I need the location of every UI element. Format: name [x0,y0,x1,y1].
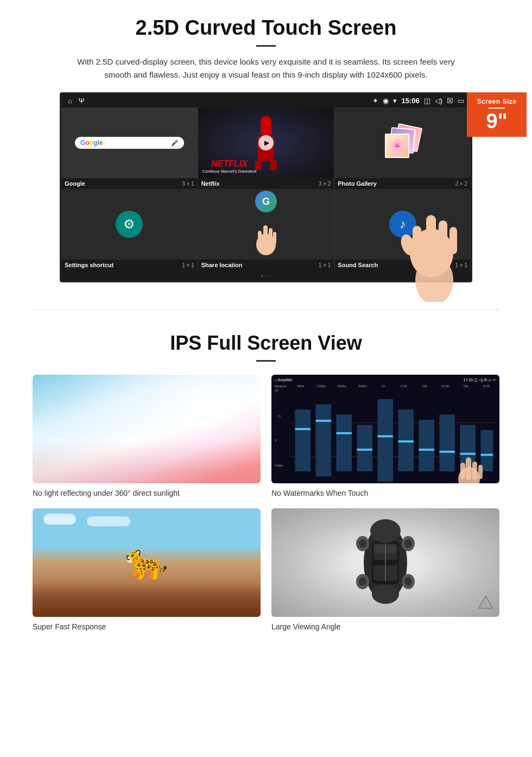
volume-icon: ◁) [435,97,442,105]
sound-app-name: Sound Search [338,262,378,268]
settings-app-name: Settings shortcut [65,262,113,268]
badge-divider [489,108,505,109]
feature-label-no-watermark: No Watermarks When Touch [271,489,499,497]
eq-db-labels: 10 ◁) 0 Fader -10 [275,389,289,483]
feature-label-fast: Super Fast Response [33,622,261,631]
svg-rect-22 [316,420,331,422]
signal-icon: ▾ [393,97,397,105]
svg-rect-12 [439,220,447,256]
svg-rect-11 [426,215,436,253]
cloud2 [87,516,130,526]
section1-title-underline [256,45,276,47]
svg-point-50 [372,584,399,604]
section2-ips: IPS Full Screen View No light reflecting… [0,326,532,647]
svg-rect-7 [258,231,262,244]
settings-app-size: 1 × 1 [182,262,194,268]
svg-rect-23 [337,414,352,471]
app-cell-settings[interactable]: ⚙ Settings shortcut 1 × 1 [61,189,198,270]
cheetah-scene: 🐆 [33,508,261,617]
usb-icon: Ψ [79,97,85,105]
svg-rect-19 [295,409,311,471]
google-thumb: Google 🎤 [61,108,198,178]
netflix-logo: NETFLIX [202,159,257,169]
netflix-app-name: Netflix [201,180,220,187]
google-logo: Google [80,139,103,147]
feature-thumb-angle [271,508,499,617]
settings-icon: ⚙ [116,211,143,238]
netflix-thumb: NETFLIX Continue Marvel's Daredevil ▶ [198,108,334,178]
mic-icon: 🎤 [171,140,179,147]
svg-rect-14 [449,227,457,254]
gallery-thumb: 🌸 [334,108,471,178]
device-wrapper: Screen Size 9" ⌂ Ψ ✦ ◉ ▾ 15:06 ◫ ◁) [60,92,472,282]
share-g-icon: G [255,191,277,212]
screen-size-badge: Screen Size 9" [467,92,527,137]
car-scene [271,508,499,617]
section2-title: IPS Full Screen View [33,332,499,355]
section2-title-underline [256,360,276,362]
svg-rect-31 [419,420,434,471]
status-bar: ⌂ Ψ ✦ ◉ ▾ 15:06 ◫ ◁) ☒ ▭ [61,94,471,108]
gallery-app-name: Photo Gallery [338,180,377,187]
eq-screen: ⌂ Amplifier 17:33 ◫ ◁) ☒ ▭ ↩ Balance 60h… [271,375,499,483]
share-label-row: Share location 1 × 1 [198,260,334,270]
feature-large-angle: Large Viewing Angle [271,508,499,631]
svg-rect-28 [378,435,393,437]
section-divider [33,310,499,310]
flower-emoji: 🌸 [386,135,408,157]
app-grid-top: Google 🎤 Google 3 × 1 [61,108,471,189]
google-searchbar[interactable]: Google 🎤 [75,137,184,149]
eq-statusbar: ⌂ Amplifier 17:33 ◫ ◁) ☒ ▭ ↩ [275,378,496,382]
svg-rect-40 [466,457,471,480]
badge-size: 9" [471,111,522,131]
badge-title: Screen Size [471,98,522,105]
section1-curved-touch: 2.5D Curved Touch Screen With 2.5D curve… [0,0,532,293]
share-thumb: G [198,189,334,260]
svg-rect-32 [419,449,434,451]
netflix-play-button[interactable]: ▶ [258,135,274,150]
eq-time: 17:33 ◫ ◁) ☒ ▭ ↩ [463,378,496,382]
svg-rect-6 [269,228,273,244]
eq-hand-svg [453,446,485,483]
horizon-glow [33,440,261,483]
feature-thumb-fast: 🐆 [33,508,261,617]
svg-point-58 [404,577,412,586]
svg-rect-20 [295,428,311,430]
bluetooth-icon: ✦ [372,97,378,105]
svg-rect-30 [398,440,414,443]
sky-image [33,375,261,483]
app-cell-share[interactable]: G Share location [198,189,335,270]
app-cell-google[interactable]: Google 🎤 Google 3 × 1 [61,108,198,189]
share-app-name: Share location [201,262,243,268]
status-time: 15:06 [401,97,419,105]
app-cell-gallery[interactable]: 🌸 Photo Gallery 2 × 2 [334,108,471,189]
status-bar-left: ⌂ Ψ [68,97,85,105]
svg-rect-43 [478,465,483,479]
car-top-view-svg [353,514,418,611]
hand-overlay [385,182,483,304]
svg-rect-26 [357,449,372,451]
svg-rect-3 [270,161,277,170]
svg-rect-42 [460,463,465,479]
svg-point-56 [359,577,366,586]
window-icon: ▭ [458,97,464,105]
angle-arrow [478,595,494,611]
eq-hand [453,446,485,483]
hand-pointer-svg [385,182,483,302]
svg-rect-27 [378,399,393,482]
camera-icon: ◫ [424,97,430,105]
eq-sliders-area: 10 ◁) 0 Fader -10 [275,389,496,483]
daredevil-figure: NETFLIX Continue Marvel's Daredevil ▶ [198,108,334,178]
section1-description: With 2.5D curved-display screen, this de… [76,55,456,81]
gallery-photo-3: 🌸 [385,134,409,158]
share-content: G [252,191,280,258]
app-cell-netflix[interactable]: NETFLIX Continue Marvel's Daredevil ▶ Ne… [198,108,335,189]
svg-point-54 [404,539,412,548]
x-box-icon: ☒ [447,97,453,105]
location-icon: ◉ [383,97,389,105]
cloud1 [43,514,76,525]
share-app-size: 1 × 1 [319,262,331,268]
feature-grid: No light reflecting under 360° direct su… [33,375,499,631]
feature-label-no-light: No light reflecting under 360° direct su… [33,489,261,497]
netflix-branding: NETFLIX Continue Marvel's Daredevil [202,159,257,174]
